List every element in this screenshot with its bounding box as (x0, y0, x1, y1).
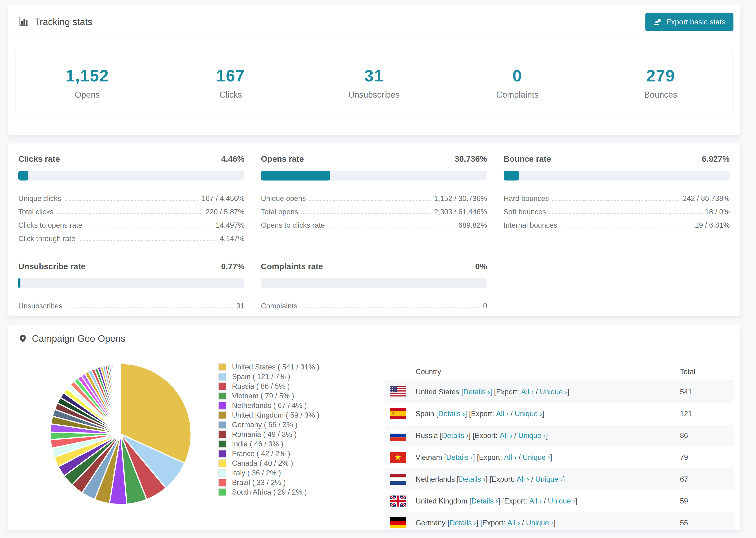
rates-card: Clicks rate4.46%Unique clicks167 / 4.456… (8, 143, 740, 316)
export-unique-link[interactable]: Unique › (526, 519, 553, 527)
legend-swatch (218, 479, 226, 487)
table-row: Germany [Details ›] [Export: All › / Uni… (385, 512, 734, 530)
legend-item: Canada ( 40 / 2% ) (218, 458, 371, 468)
rate-block-complaints: Complaints rate0%Complaints0 (261, 258, 487, 310)
export-label: ] [Export: (486, 475, 517, 484)
export-all-link[interactable]: All › (500, 431, 512, 440)
details-link[interactable]: Details › (459, 475, 486, 484)
country-name: Netherlands [ (415, 475, 459, 484)
rate-row: Total opens2,303 / 61.446% (261, 203, 487, 216)
export-unique-link[interactable]: Unique › (523, 453, 550, 462)
rate-title: Unsubscribe rate (18, 262, 85, 271)
legend-swatch (218, 488, 226, 496)
export-all-link[interactable]: All › (521, 388, 534, 396)
rate-row-label: Clicks to opens rate (18, 221, 82, 230)
country-cell: Vietnam [Details ›] [Export: All › / Uni… (415, 453, 680, 462)
export-label: ] [Export: (473, 453, 504, 462)
export-all-link[interactable]: All › (517, 475, 529, 484)
rate-row: Click through rate4.147% (18, 230, 244, 243)
export-unique-link[interactable]: Unique › (518, 431, 546, 440)
dotted-leader (301, 213, 431, 214)
export-all-link[interactable]: All › (507, 519, 520, 527)
table-row: United Kingdom [Details ›] [Export: All … (385, 490, 734, 512)
tracking-stats-title: Tracking stats (19, 17, 92, 27)
country-name: Vietnam [ (415, 453, 446, 462)
rate-row-label: Total opens (261, 208, 298, 216)
rate-row-label: Internal bounces (504, 221, 557, 230)
rate-progress-fill (18, 278, 21, 288)
details-link[interactable]: Details › (442, 431, 469, 440)
slash: / (529, 475, 535, 484)
slash: / (516, 453, 523, 462)
legend-swatch (218, 373, 226, 381)
dotted-leader (300, 307, 480, 308)
legend-label: Spain ( 121 / 7% ) (232, 372, 290, 381)
country-flag-gb (390, 496, 406, 507)
details-link[interactable]: Details › (446, 453, 473, 462)
stat-value: 167 (216, 67, 245, 85)
legend-swatch (218, 469, 226, 477)
rate-block-bounce: Bounce rate6.927%Hard bounces242 / 86.73… (504, 150, 730, 243)
details-link[interactable]: Details › (463, 388, 490, 396)
rate-progress-bar (261, 171, 487, 181)
export-all-link[interactable]: All › (529, 497, 542, 506)
country-flag-us (390, 386, 406, 398)
rates-grid: Clicks rate4.46%Unique clicks167 / 4.456… (8, 143, 740, 310)
legend-label: Vietnam ( 79 / 5% ) (232, 392, 294, 400)
rate-block-opens: Opens rate30.736%Unique opens1,152 / 30.… (261, 150, 487, 243)
rate-row-label: Total clicks (18, 208, 54, 216)
country-cell: United States [Details ›] [Export: All ›… (415, 388, 680, 396)
legend-swatch (218, 411, 226, 419)
legend-label: Germany ( 55 / 3% ) (232, 421, 297, 429)
rate-row: Total clicks220 / 5.87% (18, 203, 244, 216)
details-link[interactable]: Details › (450, 519, 476, 527)
geo-content: United States ( 541 / 31% )Spain ( 121 /… (8, 352, 740, 530)
rate-row-value: 1,152 / 30.736% (434, 194, 487, 203)
export-all-link[interactable]: All › (496, 409, 509, 418)
rate-row-value: 19 / 6.81% (695, 221, 730, 230)
rate-row: Unsubscribes31 (18, 297, 244, 310)
dotted-leader (309, 200, 431, 201)
legend-item: Russia ( 86 / 5% ) (218, 381, 371, 391)
rate-row-value: 4.147% (220, 235, 244, 243)
legend-item: South Africa ( 29 / 2% ) (218, 487, 371, 497)
rate-row-label: Unique opens (261, 194, 306, 203)
legend-label: Netherlands ( 67 / 4% ) (232, 402, 307, 410)
country-flag-ru (390, 430, 406, 441)
rate-block-unsubscribe: Unsubscribe rate0.77%Unsubscribes31 (18, 258, 244, 310)
rate-row-label: Unsubscribes (18, 302, 63, 310)
table-row: Netherlands [Details ›] [Export: All › /… (385, 468, 734, 490)
legend-label: Romania ( 49 / 3% ) (232, 430, 297, 439)
rate-title: Opens rate (261, 154, 304, 164)
total-cell: 67 (680, 475, 729, 484)
total-column-header: Total (680, 368, 729, 376)
legend-label: Italy ( 36 / 2% ) (232, 469, 281, 477)
export-icon (653, 18, 662, 26)
rate-row-label: Unique clicks (18, 194, 61, 203)
rate-row-label: Soft bounces (504, 208, 546, 216)
rate-row-label: Complaints (261, 302, 297, 310)
stat-cell-bounces: 279Bounces (589, 50, 732, 116)
export-all-link[interactable]: All › (504, 453, 516, 462)
export-unique-link[interactable]: Unique › (540, 388, 567, 396)
rate-title: Bounce rate (504, 154, 551, 164)
rate-title: Complaints rate (261, 262, 323, 271)
rate-value: 0% (475, 262, 487, 271)
details-link[interactable]: Details › (471, 497, 498, 506)
export-unique-link[interactable]: Unique › (548, 497, 575, 506)
export-unique-link[interactable]: Unique › (514, 409, 542, 418)
bracket-close: ] (546, 431, 548, 440)
rate-head: Clicks rate4.46% (18, 150, 244, 171)
country-name: United States [ (415, 388, 463, 396)
legend-label: United Kingdom ( 59 / 3% ) (232, 411, 319, 419)
details-link[interactable]: Details › (438, 409, 465, 418)
country-name: Russia [ (415, 431, 442, 440)
bracket-close: ] (567, 388, 569, 396)
total-cell: 55 (680, 519, 729, 527)
stat-cell-opens: 1,152Opens (16, 50, 159, 116)
export-unique-link[interactable]: Unique › (535, 475, 563, 484)
export-basic-stats-button[interactable]: Export basic stats (645, 13, 733, 31)
rate-row: Internal bounces19 / 6.81% (504, 216, 730, 230)
legend-swatch (218, 363, 226, 371)
legend-item: Italy ( 36 / 2% ) (218, 468, 371, 478)
